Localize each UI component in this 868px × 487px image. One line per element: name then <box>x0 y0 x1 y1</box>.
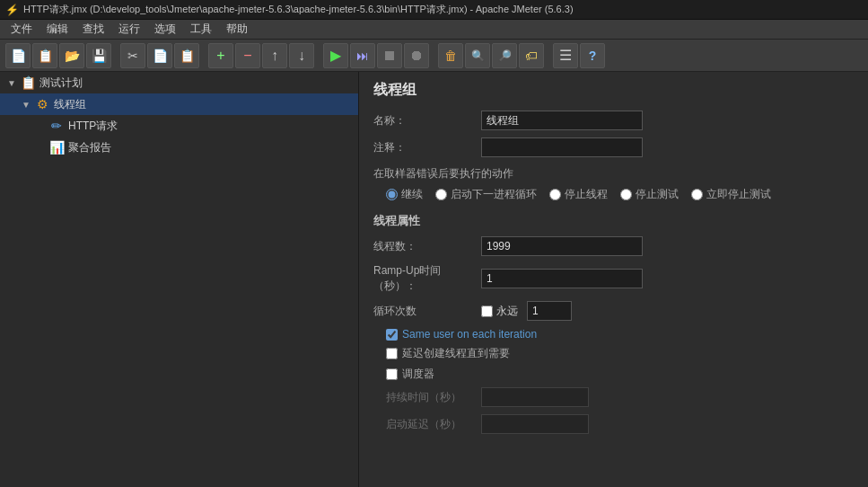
main-area: ▼ 📋 测试计划 ▼ ⚙ 线程组 ✏ HTTP请求 📊 聚合报告 线程组 名称： <box>0 72 868 487</box>
tree-label-aggregate-report: 聚合报告 <box>68 140 111 155</box>
same-user-row: Same user on each iteration <box>373 328 854 341</box>
delay-start-label: 延迟创建线程直到需要 <box>402 346 510 361</box>
tree-label-thread-group: 线程组 <box>54 97 86 112</box>
radio-stop-thread-input[interactable] <box>549 189 561 200</box>
menu-file[interactable]: 文件 <box>4 20 39 39</box>
name-row: 名称： <box>373 111 854 130</box>
right-panel: 线程组 名称： 注释： 在取样器错误后要执行的动作 继续 启动下一进程循环 停止 <box>359 72 868 487</box>
radio-stop-thread[interactable]: 停止线程 <box>549 187 608 202</box>
menu-tools[interactable]: 工具 <box>183 20 219 39</box>
error-action-title: 在取样器错误后要执行的动作 <box>373 166 854 182</box>
tree-item-http-request[interactable]: ✏ HTTP请求 <box>0 115 358 137</box>
new-button[interactable]: 📄 <box>5 43 31 68</box>
radio-stop-test[interactable]: 停止测试 <box>620 187 679 202</box>
comment-row: 注释： <box>373 137 854 157</box>
scheduler-row: 调度器 <box>373 367 854 382</box>
help-button[interactable]: ? <box>580 43 605 68</box>
run-button[interactable]: ▶ <box>323 43 348 68</box>
tree-panel: ▼ 📋 测试计划 ▼ ⚙ 线程组 ✏ HTTP请求 📊 聚合报告 <box>0 72 359 487</box>
radio-continue-input[interactable] <box>386 189 398 200</box>
remove-button[interactable]: − <box>235 43 260 68</box>
start-delay-input <box>481 414 589 434</box>
comment-input[interactable] <box>481 137 643 157</box>
open-button[interactable]: 📂 <box>59 43 84 68</box>
same-user-checkbox[interactable] <box>386 329 398 341</box>
thread-count-label: 线程数： <box>373 239 481 254</box>
delay-start-row: 延迟创建线程直到需要 <box>373 346 854 361</box>
loop-count-row: 循环次数 永远 <box>373 301 854 321</box>
run-targets-button[interactable]: ⏭ <box>350 43 375 68</box>
ramp-up-row: Ramp-Up时间（秒）： <box>373 263 854 294</box>
tree-toggle-test-plan: ▼ <box>7 78 20 88</box>
menu-help[interactable]: 帮助 <box>219 20 255 39</box>
stop-button[interactable]: ⏹ <box>377 43 402 68</box>
radio-stop-test-input[interactable] <box>620 189 632 200</box>
stop-all-button[interactable]: ⏺ <box>404 43 429 68</box>
duration-input <box>481 387 589 407</box>
clear-button[interactable]: 🗑 <box>438 43 463 68</box>
search-button[interactable]: 🔎 <box>492 43 517 68</box>
templates-button[interactable]: 📋 <box>32 43 57 68</box>
copy-button[interactable]: 📄 <box>147 43 172 68</box>
radio-stop-now[interactable]: 立即停止测试 <box>691 187 771 202</box>
tree-item-aggregate-report[interactable]: 📊 聚合报告 <box>0 137 358 158</box>
title-bar: ⚡ HTTP请求.jmx (D:\develop_tools\Jmeter\ap… <box>0 0 868 20</box>
test-plan-icon: 📋 <box>20 75 36 91</box>
ramp-up-input[interactable] <box>481 269 643 288</box>
radio-next-loop-input[interactable] <box>435 189 447 200</box>
tree-label-http-request: HTTP请求 <box>68 119 118 134</box>
title-text: HTTP请求.jmx (D:\develop_tools\Jmeter\apac… <box>23 3 574 16</box>
menu-find[interactable]: 查找 <box>75 20 111 39</box>
paste-button[interactable]: 📋 <box>174 43 199 68</box>
error-action-group: 继续 启动下一进程循环 停止线程 停止测试 立即停止测试 <box>386 187 854 202</box>
title-icon: ⚡ <box>5 4 19 16</box>
tree-item-test-plan[interactable]: ▼ 📋 测试计划 <box>0 72 358 93</box>
loop-forever-label[interactable]: 永远 <box>481 304 518 319</box>
thread-count-row: 线程数： <box>373 236 854 256</box>
comment-label: 注释： <box>373 140 481 155</box>
radio-continue[interactable]: 继续 <box>386 187 423 202</box>
start-delay-label: 启动延迟（秒） <box>373 417 481 432</box>
name-label: 名称： <box>373 113 481 128</box>
menu-run[interactable]: 运行 <box>111 20 147 39</box>
tree-label-test-plan: 测试计划 <box>39 75 83 91</box>
duration-label: 持续时间（秒） <box>373 390 481 405</box>
thread-group-icon: ⚙ <box>34 96 50 112</box>
name-input[interactable] <box>481 111 643 130</box>
ramp-up-label: Ramp-Up时间（秒）： <box>373 263 481 294</box>
thread-count-input[interactable] <box>481 236 643 256</box>
add-button[interactable]: + <box>208 43 233 68</box>
clear-all-button[interactable]: 🔍 <box>465 43 490 68</box>
menu-options[interactable]: 选项 <box>147 20 183 39</box>
panel-title: 线程组 <box>373 81 854 100</box>
list-button[interactable]: ☰ <box>553 43 578 68</box>
loop-count-label: 循环次数 <box>373 304 481 319</box>
move-up-button[interactable]: ↑ <box>262 43 287 68</box>
tool1-button[interactable]: 🏷 <box>519 43 544 68</box>
duration-row: 持续时间（秒） <box>373 387 854 407</box>
menu-edit[interactable]: 编辑 <box>39 20 75 39</box>
menu-bar: 文件 编辑 查找 运行 选项 工具 帮助 <box>0 20 868 40</box>
start-delay-row: 启动延迟（秒） <box>373 414 854 434</box>
aggregate-report-icon: 📊 <box>48 139 65 155</box>
tree-item-thread-group[interactable]: ▼ ⚙ 线程组 <box>0 93 358 115</box>
move-down-button[interactable]: ↓ <box>289 43 314 68</box>
same-user-label: Same user on each iteration <box>402 328 537 341</box>
http-request-icon: ✏ <box>48 118 65 134</box>
toolbar: 📄 📋 📂 💾 ✂ 📄 📋 + − ↑ ↓ ▶ ⏭ ⏹ ⏺ 🗑 🔍 🔎 🏷 ☰ … <box>0 40 868 72</box>
radio-stop-now-input[interactable] <box>691 189 703 200</box>
scheduler-checkbox[interactable] <box>386 368 398 380</box>
loop-count-input[interactable] <box>527 301 572 321</box>
thread-properties-title: 线程属性 <box>373 213 854 229</box>
delay-start-checkbox[interactable] <box>386 348 398 359</box>
loop-forever-text: 永远 <box>496 304 518 319</box>
loop-forever-checkbox[interactable] <box>481 305 493 317</box>
tree-toggle-thread-group: ▼ <box>22 100 34 110</box>
cut-button[interactable]: ✂ <box>120 43 145 68</box>
radio-next-loop[interactable]: 启动下一进程循环 <box>435 187 537 202</box>
scheduler-label: 调度器 <box>402 367 434 382</box>
save-button[interactable]: 💾 <box>86 43 111 68</box>
